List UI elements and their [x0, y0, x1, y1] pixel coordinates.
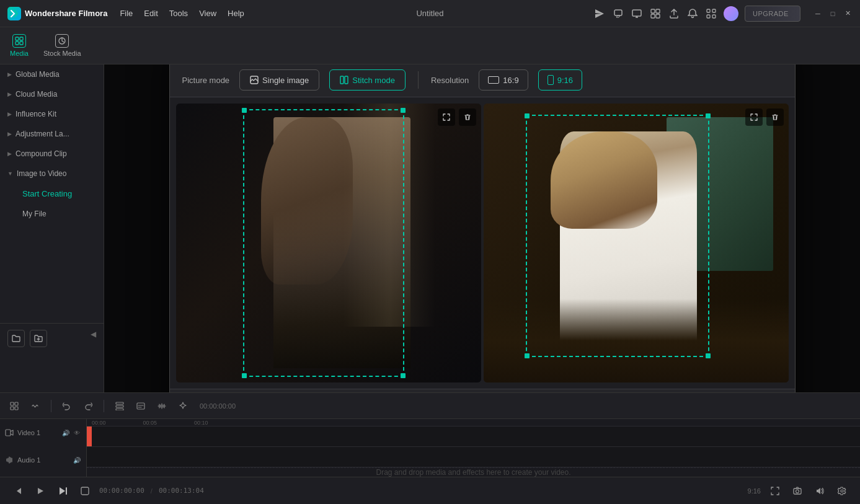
upgrade-button[interactable]: UPGRADE	[745, 6, 800, 22]
grid-icon[interactable]	[705, 7, 717, 20]
expand-icon4: ▶	[7, 131, 12, 137]
menu-bar: File Edit Tools View Help	[120, 9, 244, 18]
screenshot-button[interactable]	[789, 483, 805, 499]
magic-button[interactable]	[175, 398, 191, 414]
layout-icon[interactable]	[649, 7, 662, 20]
svg-rect-11	[20, 37, 23, 40]
upload-icon[interactable]	[668, 7, 680, 20]
user-avatar[interactable]	[724, 6, 738, 21]
caption-button[interactable]	[133, 398, 149, 414]
bell-icon[interactable]	[686, 7, 699, 20]
playback-bar: 00:00:00:00 / 00:00:13:04 9:16	[0, 477, 860, 504]
menu-help[interactable]: Help	[228, 9, 244, 18]
track1-eye-icon[interactable]: 👁	[73, 428, 81, 437]
track1-controls: 🔊 👁	[61, 428, 81, 437]
corner-br	[401, 373, 406, 378]
total-time-display: 00:00:13:04	[159, 487, 204, 495]
timeline-body: Video 1 🔊 👁 Audio 1 🔊 00:00 00:05 00:	[0, 419, 860, 477]
expand-icon3: ▶	[7, 111, 12, 117]
send-icon[interactable]	[593, 7, 606, 20]
sidebar-item-cloud-media[interactable]: ▶ Cloud Media	[0, 84, 104, 104]
slot-2-actions	[745, 108, 784, 126]
svg-rect-10	[16, 37, 19, 40]
sidebar-item-start-creating[interactable]: Start Creating	[15, 183, 104, 204]
sidebar-item-image-to-video[interactable]: ▼ Image to Video	[0, 164, 104, 183]
monitor-icon[interactable]	[631, 7, 643, 20]
sidebar-item-adjustment[interactable]: ▶ Adjustment La...	[0, 124, 104, 144]
svg-rect-20	[11, 407, 14, 410]
video1-header: Video 1 🔊 👁	[0, 419, 87, 446]
video1-track-content[interactable]	[87, 427, 860, 447]
svg-rect-4	[651, 14, 655, 18]
sidebar-bottom-controls: ◀	[0, 323, 104, 353]
preview-area: Image to Video ─ ✕ Picture mode Single i…	[104, 64, 860, 392]
audio1-track-content[interactable]	[87, 447, 860, 467]
video1-label: Video 1	[17, 429, 40, 436]
timeline-time: 00:00:00:00	[200, 402, 236, 410]
svg-rect-6	[707, 9, 710, 12]
loop-button[interactable]	[77, 483, 93, 499]
add-track-button[interactable]	[112, 398, 128, 414]
ratio-9-16-label: 9:16	[557, 76, 573, 85]
minimize-button[interactable]: ─	[813, 9, 823, 19]
sidebar-item-global-media[interactable]: ▶ Global Media	[0, 64, 104, 84]
track-layout-button[interactable]	[6, 398, 22, 414]
menu-edit[interactable]: Edit	[144, 9, 157, 18]
skip-back-button[interactable]	[10, 483, 26, 499]
svg-rect-26	[6, 430, 11, 436]
track2-volume-icon[interactable]: 🔊	[73, 456, 81, 464]
redo-button[interactable]	[80, 398, 96, 414]
track1-volume-icon[interactable]: 🔊	[61, 428, 70, 437]
svg-rect-22	[116, 402, 123, 404]
drop-zone-text: Drag and drop media and effects here to …	[376, 468, 571, 477]
play-full-button[interactable]	[55, 483, 71, 499]
volume-button[interactable]	[812, 483, 828, 499]
sidebar-label-adjustment: Adjustment La...	[16, 130, 69, 138]
folder-icon[interactable]	[7, 330, 25, 347]
slot-1-expand-button[interactable]	[438, 108, 455, 126]
stitch-mode-button[interactable]: Stitch mode	[329, 69, 406, 91]
modal-toolbar: Picture mode Single image Stitch mode Re…	[170, 64, 795, 97]
settings-button[interactable]	[834, 483, 850, 499]
svg-rect-23	[116, 405, 123, 407]
menu-view[interactable]: View	[199, 9, 216, 18]
app-logo[interactable]: Wondershare Filmora	[7, 7, 107, 20]
video-clip-red-marker	[87, 427, 92, 446]
audio1-header: Audio 1 🔊	[0, 446, 87, 474]
svg-rect-9	[712, 15, 716, 18]
play-button[interactable]	[32, 483, 48, 499]
sidebar-item-influence-kit[interactable]: ▶ Influence Kit	[0, 104, 104, 124]
slot-2-delete-button[interactable]	[766, 108, 784, 126]
svg-rect-8	[707, 15, 710, 18]
window-controls: ─ □ ✕	[813, 9, 853, 19]
single-image-button[interactable]: Single image	[239, 69, 319, 91]
tab-media[interactable]: Media	[10, 34, 29, 57]
tall-ratio-icon	[547, 75, 554, 85]
ripple-button[interactable]	[27, 398, 43, 414]
sidebar-sub-items: Start Creating My File	[0, 183, 104, 224]
tab-stock-media[interactable]: Stock Media	[43, 34, 81, 57]
collapse-button[interactable]: ◀	[91, 330, 96, 347]
corner2-bl	[525, 353, 530, 358]
fullscreen-button[interactable]	[767, 483, 783, 499]
media-toolbar: Media Stock Media	[0, 27, 860, 64]
menu-file[interactable]: File	[120, 9, 133, 18]
sidebar-item-compound-clip[interactable]: ▶ Compound Clip	[0, 144, 104, 164]
svg-rect-17	[345, 76, 348, 84]
speech-icon[interactable]	[612, 7, 624, 20]
add-folder-icon[interactable]	[30, 330, 47, 347]
maximize-button[interactable]: □	[828, 9, 838, 19]
slot-1-delete-button[interactable]	[459, 108, 476, 126]
menu-tools[interactable]: Tools	[169, 9, 188, 18]
audio-wave-button[interactable]	[154, 398, 170, 414]
sidebar-item-my-file[interactable]: My File	[15, 204, 104, 224]
svg-rect-2	[651, 9, 655, 13]
ratio-16-9-button[interactable]: 16:9	[479, 69, 528, 91]
ratio-9-16-button[interactable]: 9:16	[538, 69, 582, 91]
expand-icon5: ▶	[7, 151, 12, 157]
close-window-button[interactable]: ✕	[843, 9, 853, 19]
corner-tr	[401, 108, 406, 113]
undo-button[interactable]	[59, 398, 75, 414]
sidebar-label-image-to-video: Image to Video	[17, 169, 67, 178]
slot-2-expand-button[interactable]	[745, 108, 763, 126]
